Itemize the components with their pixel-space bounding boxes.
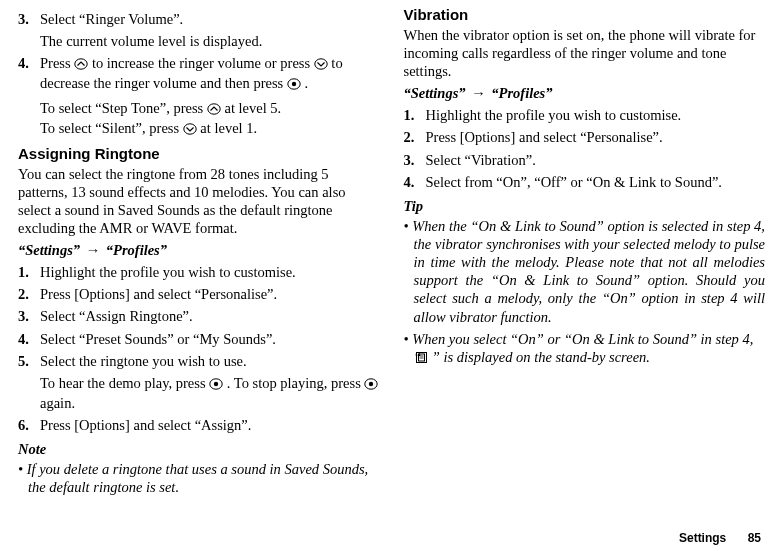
t: . To stop playing, press xyxy=(227,375,365,391)
path-b: “Profiles” xyxy=(106,242,167,258)
nav-path: “Settings” → “Profiles” xyxy=(18,241,380,259)
steps-b: 1.Highlight the profile you wish to cust… xyxy=(18,263,380,370)
step-a-3-sub: The current volume level is displayed. xyxy=(40,32,380,50)
step-text: Press [Options] and select “Personalise”… xyxy=(40,285,380,303)
t: ” is displayed on the stand-by screen. xyxy=(432,349,650,365)
nav-path: “Settings” → “Profiles” xyxy=(404,84,766,102)
up-arrow-key-icon xyxy=(74,56,88,74)
step-b-6-wrap: 6.Press [Options] and select “Assign”. xyxy=(18,416,380,434)
svg-point-4 xyxy=(208,103,220,113)
step-num: 4. xyxy=(18,330,40,348)
arrow-icon: → xyxy=(84,242,103,258)
footer-page-number: 85 xyxy=(748,531,761,545)
step-b-6: 6.Press [Options] and select “Assign”. xyxy=(18,416,380,434)
right-column: Vibration When the vibrator option is se… xyxy=(392,6,766,551)
step-b-2: 2.Press [Options] and select “Personalis… xyxy=(18,285,380,303)
steps-right: 1.Highlight the profile you wish to cust… xyxy=(404,106,766,191)
page: 3. Select “Ringer Volume”. The current v… xyxy=(0,0,783,551)
path-a: “Settings” xyxy=(404,85,466,101)
svg-point-3 xyxy=(292,82,296,86)
left-column: 3. Select “Ringer Volume”. The current v… xyxy=(18,6,392,551)
step-r-1: 1.Highlight the profile you wish to cust… xyxy=(404,106,766,124)
vibration-status-icon xyxy=(425,350,428,368)
centre-key-icon xyxy=(364,376,378,394)
step-b-5-sub: To hear the demo play, press . To stop p… xyxy=(40,374,380,412)
svg-point-0 xyxy=(75,59,87,69)
step-text: Press [Options] and select “Assign”. xyxy=(40,416,380,434)
intro-text: When the vibrator option is set on, the … xyxy=(404,26,766,80)
centre-key-icon xyxy=(287,76,301,94)
step-num: 5. xyxy=(18,352,40,370)
step-b-1: 1.Highlight the profile you wish to cust… xyxy=(18,263,380,281)
step-a-4-sub: To select “Step Tone”, press at level 5.… xyxy=(40,99,380,139)
step-num: 3. xyxy=(404,151,426,169)
footer-section: Settings xyxy=(679,531,726,545)
step-num: 2. xyxy=(404,128,426,146)
steps-a: 3. Select “Ringer Volume”. xyxy=(18,10,380,28)
t: . xyxy=(304,75,308,91)
steps-a-4: 4. Press to increase the ringer volume o… xyxy=(18,54,380,94)
step-num: 4. xyxy=(404,173,426,191)
step-r-3: 3.Select “Vibration”. xyxy=(404,151,766,169)
step-text: Select “Assign Ringtone”. xyxy=(40,307,380,325)
centre-key-icon xyxy=(209,376,223,394)
step-b-5: 5.Select the ringtone you wish to use. xyxy=(18,352,380,370)
step-a-4: 4. Press to increase the ringer volume o… xyxy=(18,54,380,94)
step-text: Select “Vibration”. xyxy=(426,151,766,169)
step-num: 1. xyxy=(404,106,426,124)
tip-1: • When the “On & Link to Sound” option i… xyxy=(404,217,766,326)
svg-point-9 xyxy=(369,382,373,386)
tip-2: • When you select “On” or “On & Link to … xyxy=(404,330,766,368)
step-r-2: 2.Press [Options] and select “Personalis… xyxy=(404,128,766,146)
step-num: 4. xyxy=(18,54,40,94)
t: at level 5. xyxy=(224,100,281,116)
down-arrow-key-icon xyxy=(183,121,197,139)
path-b: “Profiles” xyxy=(491,85,552,101)
svg-point-7 xyxy=(214,382,218,386)
t: at level 1. xyxy=(200,120,257,136)
step-text: Press to increase the ringer volume or p… xyxy=(40,54,380,94)
step-num: 1. xyxy=(18,263,40,281)
step-num: 3. xyxy=(18,10,40,28)
step-num: 2. xyxy=(18,285,40,303)
t: To select “Step Tone”, press xyxy=(40,100,207,116)
step-r-4: 4.Select from “On”, “Off” or “On & Link … xyxy=(404,173,766,191)
step-text: Highlight the profile you wish to custom… xyxy=(426,106,766,124)
intro-text: You can select the ringtone from 28 tone… xyxy=(18,165,380,238)
up-arrow-key-icon xyxy=(207,101,221,119)
t: to increase the ringer volume or press xyxy=(92,55,314,71)
down-arrow-key-icon xyxy=(314,56,328,74)
step-text: Select the ringtone you wish to use. xyxy=(40,352,380,370)
t: Press xyxy=(40,55,74,71)
step-a-3: 3. Select “Ringer Volume”. xyxy=(18,10,380,28)
t: To hear the demo play, press xyxy=(40,375,209,391)
note-body: • If you delete a ringtone that uses a s… xyxy=(18,460,380,496)
step-text: Select “Preset Sounds” or “My Sounds”. xyxy=(40,330,380,348)
tip-label: Tip xyxy=(404,197,766,215)
step-b-4: 4.Select “Preset Sounds” or “My Sounds”. xyxy=(18,330,380,348)
svg-rect-11 xyxy=(419,354,425,361)
t: again. xyxy=(40,395,75,411)
step-text: Highlight the profile you wish to custom… xyxy=(40,263,380,281)
path-a: “Settings” xyxy=(18,242,80,258)
svg-point-1 xyxy=(315,59,327,69)
arrow-icon: → xyxy=(469,85,488,101)
heading-vibration: Vibration xyxy=(404,6,766,25)
page-footer: Settings 85 xyxy=(679,531,761,545)
step-b-3: 3.Select “Assign Ringtone”. xyxy=(18,307,380,325)
step-num: 6. xyxy=(18,416,40,434)
step-text: Press [Options] and select “Personalise”… xyxy=(426,128,766,146)
step-num: 3. xyxy=(18,307,40,325)
heading-assigning-ringtone: Assigning Ringtone xyxy=(18,145,380,164)
svg-point-5 xyxy=(184,123,196,133)
note-label: Note xyxy=(18,440,380,458)
t: To select “Silent”, press xyxy=(40,120,183,136)
step-text: Select “Ringer Volume”. xyxy=(40,10,380,28)
step-text: Select from “On”, “Off” or “On & Link to… xyxy=(426,173,766,191)
